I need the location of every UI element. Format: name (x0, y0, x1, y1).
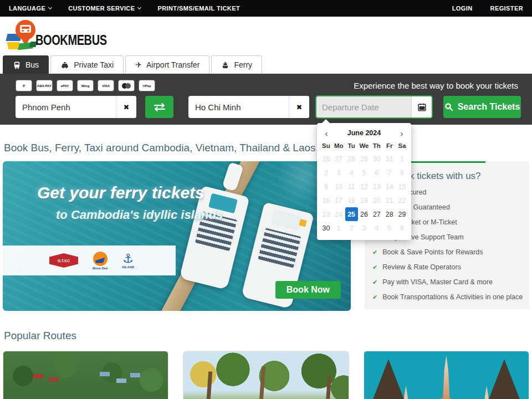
register-link[interactable]: REGISTER (490, 5, 523, 12)
calendar-month-label[interactable]: June 2024 (333, 129, 395, 137)
tab-bus-label: Bus (25, 60, 39, 69)
benefit-text: Review & Rate Operators (382, 263, 461, 271)
ferry-promo-banner[interactable]: Get your ferry tickets to Cambodia's idy… (3, 161, 351, 311)
swap-icon (153, 103, 166, 111)
calendar-date-cell[interactable]: 15 (396, 180, 408, 193)
calendar-date-cell[interactable]: 12 (358, 180, 371, 193)
calendar-date-cell[interactable]: 16 (320, 193, 332, 207)
calendar-date-cell[interactable]: 4 (370, 221, 383, 235)
departure-date-input[interactable] (316, 103, 411, 112)
calendar-date-cell[interactable]: 3 (332, 166, 345, 180)
customer-service-menu[interactable]: CUSTOMER SERVICE (68, 5, 141, 12)
calendar-date-cell[interactable]: 23 (320, 207, 332, 221)
calendar-toggle-button[interactable] (411, 96, 432, 117)
calendar-date-cell[interactable]: 31 (383, 152, 396, 166)
search-panel: PABA PAYePAYWingVISAUPay Experience the … (0, 74, 532, 125)
payment-icon-visa: VISA (98, 80, 114, 91)
calendar-date-cell[interactable]: 21 (383, 193, 396, 207)
calendar-date-cell[interactable]: 1 (332, 221, 345, 235)
calendar-date-cell[interactable]: 26 (320, 152, 332, 166)
calendar-day-header-su: Su (320, 140, 332, 152)
destination-input[interactable] (188, 103, 289, 112)
tab-airport-transfer[interactable]: ✈ Airport Transfer (125, 55, 209, 74)
popular-routes-cards (3, 351, 529, 399)
calendar-date-cell[interactable]: 19 (358, 193, 371, 207)
calendar-date-cell[interactable]: 5 (383, 221, 396, 235)
calendar-date-cell[interactable]: 9 (320, 180, 332, 193)
calendar-date-cell-selected[interactable]: 25 (345, 207, 358, 221)
calendar-date-cell[interactable]: 2 (345, 221, 358, 235)
calendar-day-header-mo: Mo (332, 140, 345, 152)
payment-icon-mastercard (118, 80, 135, 91)
operator-gtvc-logo: G.T.V.C (49, 253, 78, 268)
calendar-date-cell[interactable]: 10 (332, 180, 345, 193)
calendar-date-cell[interactable]: 26 (358, 207, 371, 221)
language-label: LANGUAGE (9, 5, 45, 12)
calendar-date-cell[interactable]: 28 (345, 152, 358, 166)
calendar-date-cell[interactable]: 8 (396, 166, 408, 180)
calendar-date-cell[interactable]: 29 (358, 152, 371, 166)
print-sms-email-ticket-link[interactable]: PRINT/SMS/EMAIL TICKET (157, 5, 240, 12)
origin-input[interactable] (16, 103, 116, 112)
bus-icon (13, 61, 21, 69)
payment-icon-unionpay: UPay (139, 80, 155, 91)
calendar-date-cell[interactable]: 18 (345, 193, 358, 207)
calendar-date-cell[interactable]: 14 (383, 180, 396, 193)
origin-clear-button[interactable]: ✖ (116, 96, 136, 118)
book-now-button[interactable]: Book Now (275, 281, 341, 299)
search-tickets-button[interactable]: Search Tickets (443, 96, 521, 118)
tab-private-taxi-label: Private Taxi (74, 60, 114, 69)
tab-airport-transfer-label: Airport Transfer (146, 60, 200, 69)
calendar-date-cell[interactable]: 13 (370, 180, 383, 193)
swap-locations-button[interactable] (145, 96, 173, 118)
calendar-date-cell[interactable]: 27 (370, 207, 383, 221)
departure-date-field-group (316, 96, 432, 118)
route-card-temple[interactable] (364, 351, 529, 399)
calendar-prev-button[interactable]: ‹ (320, 129, 333, 137)
calendar-date-cell[interactable]: 2 (320, 166, 332, 180)
calendar-date-cell[interactable]: 29 (396, 207, 408, 221)
calendar-date-cell[interactable]: 4 (345, 166, 358, 180)
login-link[interactable]: LOGIN (452, 5, 473, 12)
brand-name: BOOKMEBUS (35, 32, 107, 48)
benefit-item: ✔Review & Rate Operators (372, 263, 526, 271)
calendar-date-cell[interactable]: 6 (396, 221, 408, 235)
banner-subheadline: to Cambodia's idyllic islands (56, 208, 223, 222)
calendar-date-cell[interactable]: 1 (396, 152, 408, 166)
calendar-date-cell[interactable]: 20 (370, 193, 383, 207)
calendar-date-cell[interactable]: 30 (370, 152, 383, 166)
calendar-date-cell[interactable]: 27 (332, 152, 345, 166)
destination-clear-button[interactable]: ✖ (289, 96, 309, 118)
benefit-item: ✔Pay with VISA, Master Card & more (372, 278, 526, 286)
calendar-next-button[interactable]: › (395, 129, 408, 137)
calendar-date-cell[interactable]: 30 (320, 221, 332, 235)
language-menu[interactable]: LANGUAGE (9, 5, 52, 12)
tab-private-taxi[interactable]: Private Taxi (50, 55, 124, 74)
payment-icon-pipay: P (16, 80, 32, 91)
calendar-icon (417, 103, 427, 112)
tab-ferry[interactable]: Ferry (211, 55, 262, 74)
bookmebus-logo[interactable]: BOOKMEBUS (6, 19, 125, 53)
tab-bus[interactable]: Bus (3, 55, 49, 74)
payment-icons: PABA PAYePAYWingVISAUPay (16, 80, 155, 91)
route-card-beach[interactable] (3, 351, 168, 399)
calendar-date-cell[interactable]: 11 (345, 180, 358, 193)
check-icon: ✔ (372, 249, 377, 256)
calendar-date-cell[interactable]: 7 (383, 166, 396, 180)
ferry-icon (221, 61, 229, 69)
calendar-date-cell[interactable]: 17 (332, 193, 345, 207)
search-icon (444, 103, 453, 111)
calendar-date-cell[interactable]: 5 (358, 166, 371, 180)
calendar-date-cell[interactable]: 6 (370, 166, 383, 180)
operator-buvasea-logo: Buva Sea (93, 252, 108, 270)
popular-routes-heading: Popular Routes (4, 330, 529, 342)
route-card-forest[interactable] (183, 351, 349, 399)
logo-pin-icon (6, 19, 38, 53)
calendar-date-cell[interactable]: 3 (358, 221, 371, 235)
calendar-date-cell[interactable]: 22 (396, 193, 408, 207)
plane-icon: ✈ (135, 60, 142, 69)
calendar-date-cell[interactable]: 28 (383, 207, 396, 221)
benefit-item: ✔Book Transportations & Activities in on… (372, 293, 526, 301)
calendar-date-cell[interactable]: 24 (332, 207, 345, 221)
check-icon: ✔ (372, 264, 377, 271)
